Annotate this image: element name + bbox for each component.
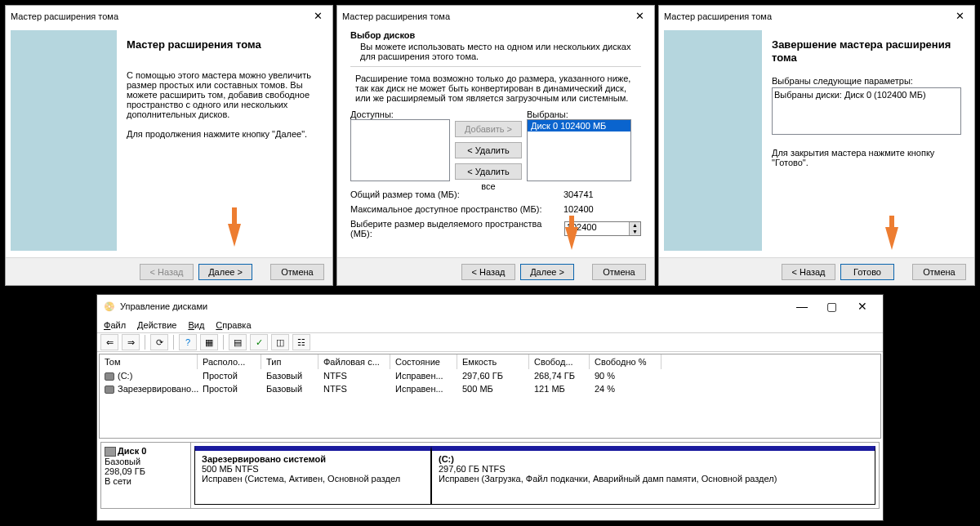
selected-item[interactable]: Диск 0 102400 МБ bbox=[528, 120, 630, 132]
back-icon[interactable]: ⇐ bbox=[100, 334, 118, 350]
properties-icon[interactable]: ▦ bbox=[200, 334, 218, 350]
col-layout[interactable]: Располо... bbox=[198, 354, 261, 369]
available-list[interactable] bbox=[350, 119, 450, 181]
menu-action[interactable]: Действие bbox=[137, 320, 176, 330]
menu-bar: Файл Действие Вид Справка bbox=[97, 318, 883, 332]
close-button[interactable]: ✕ bbox=[308, 9, 327, 24]
help-icon[interactable]: ? bbox=[179, 334, 197, 350]
close-button[interactable]: ✕ bbox=[950, 9, 969, 24]
cell: Простой bbox=[198, 369, 261, 382]
titlebar: Мастер расширения тома ✕ bbox=[337, 6, 654, 27]
remove-all-button[interactable]: < Удалить все bbox=[455, 163, 522, 180]
grid-header: Том Располо... Тип Файловая с... Состоян… bbox=[100, 354, 880, 369]
add-button[interactable]: Добавить > bbox=[455, 121, 522, 137]
next-button[interactable]: Далее > bbox=[520, 264, 574, 280]
wizard-dialog-2: Мастер расширения тома ✕ Выбор дисков Вы… bbox=[336, 5, 655, 286]
table-row[interactable]: Зарезервировано... Простой Базовый NTFS … bbox=[100, 382, 880, 395]
max-space-label: Максимальное доступное пространство (МБ)… bbox=[350, 204, 541, 214]
button-row: < Назад Далее > Отмена bbox=[6, 257, 332, 285]
graphical-icon[interactable]: ◫ bbox=[271, 334, 289, 350]
arrow-indicator bbox=[232, 207, 237, 224]
partition-title: Зарезервировано системой bbox=[202, 454, 326, 464]
partition-status: Исправен (Загрузка, Файл подкачки, Авари… bbox=[439, 474, 868, 484]
titlebar: Мастер расширения тома ✕ bbox=[659, 6, 974, 27]
params-item: Выбраны диски: Диск 0 (102400 МБ) bbox=[774, 90, 959, 100]
col-fs[interactable]: Файловая с... bbox=[318, 354, 390, 369]
cell: 121 МБ bbox=[529, 382, 590, 395]
cell: Исправен... bbox=[390, 382, 457, 395]
params-list[interactable]: Выбраны диски: Диск 0 (102400 МБ) bbox=[772, 87, 961, 135]
refresh-icon[interactable]: ⟳ bbox=[150, 334, 168, 350]
table-row[interactable]: (C:) Простой Базовый NTFS Исправен... 29… bbox=[100, 369, 880, 382]
arrow-indicator bbox=[885, 227, 898, 250]
wizard-heading: Мастер расширения тома bbox=[127, 38, 319, 51]
partition-c[interactable]: (C:) 297,60 ГБ NTFS Исправен (Загрузка, … bbox=[431, 446, 875, 505]
minimize-button[interactable]: — bbox=[788, 300, 816, 313]
drive-icon bbox=[105, 372, 114, 381]
col-free[interactable]: Свобод... bbox=[529, 354, 590, 369]
step-sub: Вы можете использовать место на одном ил… bbox=[360, 42, 641, 61]
maximize-button[interactable]: ▢ bbox=[818, 300, 846, 313]
col-percent[interactable]: Свободно % bbox=[590, 354, 662, 369]
total-size-value: 304741 bbox=[564, 189, 641, 199]
col-status[interactable]: Состояние bbox=[390, 354, 457, 369]
menu-help[interactable]: Справка bbox=[216, 320, 251, 330]
menu-file[interactable]: Файл bbox=[104, 320, 126, 330]
disk-icon bbox=[105, 447, 116, 457]
col-type[interactable]: Тип bbox=[261, 354, 318, 369]
volume-grid[interactable]: Том Располо... Тип Файловая с... Состоян… bbox=[99, 354, 881, 439]
cancel-button[interactable]: Отмена bbox=[270, 264, 324, 280]
button-row: < Назад Готово Отмена bbox=[659, 257, 974, 285]
app-icon: 📀 bbox=[104, 301, 115, 312]
button-row: < Назад Далее > Отмена bbox=[337, 257, 654, 285]
next-button[interactable]: Далее > bbox=[198, 264, 252, 280]
spin-up[interactable]: ▲ bbox=[629, 222, 640, 229]
cell: Зарезервировано... bbox=[118, 384, 198, 394]
remove-button[interactable]: < Удалить bbox=[455, 142, 522, 158]
col-capacity[interactable]: Емкость bbox=[457, 354, 529, 369]
back-button[interactable]: < Назад bbox=[461, 264, 515, 280]
disk-info[interactable]: Диск 0 Базовый 298,09 ГБ В сети bbox=[101, 443, 191, 508]
cancel-button[interactable]: Отмена bbox=[592, 264, 646, 280]
disk-status: В сети bbox=[105, 476, 187, 486]
cell: 268,74 ГБ bbox=[529, 369, 590, 382]
spin-down[interactable]: ▼ bbox=[629, 229, 640, 235]
cell: NTFS bbox=[318, 369, 390, 382]
allocate-label: Выберите размер выделяемого пространства… bbox=[350, 219, 564, 238]
partition-row: Зарезервировано системой 500 МБ NTFS Исп… bbox=[191, 443, 879, 508]
spinner[interactable]: ▲▼ bbox=[629, 222, 640, 235]
check-icon[interactable]: ✓ bbox=[250, 334, 268, 350]
back-button[interactable]: < Назад bbox=[782, 264, 835, 280]
titlebar: Мастер расширения тома ✕ bbox=[6, 6, 332, 27]
selected-list[interactable]: Диск 0 102400 МБ bbox=[527, 119, 631, 181]
cancel-button[interactable]: Отмена bbox=[912, 264, 966, 280]
partition-system-reserved[interactable]: Зарезервировано системой 500 МБ NTFS Исп… bbox=[194, 446, 431, 505]
rescan-icon[interactable]: ☷ bbox=[292, 334, 310, 350]
wizard-side-panel bbox=[11, 30, 117, 251]
close-button[interactable]: ✕ bbox=[849, 300, 876, 313]
forward-icon[interactable]: ⇒ bbox=[122, 334, 140, 350]
cell: 297,60 ГБ bbox=[457, 369, 529, 382]
title-text: Мастер расширения тома bbox=[342, 11, 450, 21]
cell: Базовый bbox=[261, 369, 318, 382]
menu-view[interactable]: Вид bbox=[188, 320, 204, 330]
close-button[interactable]: ✕ bbox=[630, 9, 649, 24]
back-button[interactable]: < Назад bbox=[140, 264, 194, 280]
drive-icon bbox=[105, 386, 114, 394]
arrow-indicator bbox=[228, 224, 241, 247]
toolbar: ⇐ ⇒ ⟳ ? ▦ ▤ ✓ ◫ ☷ bbox=[97, 332, 883, 352]
finish-button[interactable]: Готово bbox=[840, 264, 894, 280]
partition-title: (C:) bbox=[439, 454, 454, 464]
params-label: Выбраны следующие параметры: bbox=[772, 76, 961, 86]
cell: (C:) bbox=[118, 371, 132, 381]
wizard-dialog-1: Мастер расширения тома ✕ Мастер расширен… bbox=[5, 5, 333, 286]
arrow-indicator bbox=[565, 227, 578, 250]
cell: 500 МБ bbox=[457, 382, 529, 395]
step-heading: Выбор дисков bbox=[350, 30, 641, 40]
wizard-side-panel bbox=[664, 30, 762, 251]
wizard-text-1: С помощью этого мастера можно увеличить … bbox=[127, 70, 319, 119]
disk-list-icon[interactable]: ▤ bbox=[229, 334, 247, 350]
disk-type: Базовый bbox=[105, 457, 187, 466]
warn-text: Расширение тома возможно только до разме… bbox=[355, 74, 636, 103]
col-volume[interactable]: Том bbox=[100, 354, 198, 369]
